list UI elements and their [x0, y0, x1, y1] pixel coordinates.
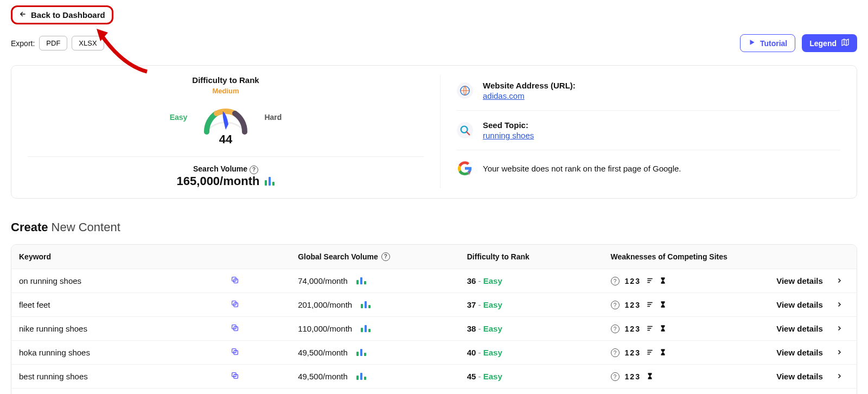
chevron-right-icon [836, 348, 843, 357]
col-difficulty[interactable]: Difficulty to Rank [459, 245, 603, 269]
create-heading: Create New Content [11, 220, 857, 234]
back-to-dashboard-button[interactable]: Back to Dashboard [11, 5, 113, 24]
view-details-button[interactable]: View details [776, 300, 843, 309]
export-label: Export: [11, 39, 35, 48]
chevron-right-icon [836, 300, 843, 309]
col-keyword[interactable]: Keyword [11, 245, 290, 269]
website-label: Website Address (URL): [483, 81, 576, 90]
keyword-text: on running shoes [19, 276, 81, 285]
volume-text: 110,000/month [298, 324, 352, 333]
keyword-text: fleet feet [19, 300, 50, 309]
tutorial-label: Tutorial [760, 39, 787, 48]
difficulty-title: Difficulty to Rank [192, 75, 259, 85]
keyword-text: nike running shoes [19, 324, 87, 333]
difficulty-label: Easy [483, 300, 502, 309]
view-details-button[interactable]: View details [776, 324, 843, 333]
hourglass-icon [659, 348, 667, 358]
help-icon[interactable]: ? [611, 348, 620, 357]
copy-icon[interactable] [231, 276, 239, 286]
table-row: best running shoes49,500/month 45 - Easy… [11, 365, 857, 389]
view-details-label: View details [776, 348, 823, 357]
help-icon[interactable]: ? [250, 166, 258, 174]
view-details-label: View details [776, 276, 823, 285]
difficulty-number: 45 [467, 372, 476, 381]
svg-marker-1 [750, 40, 754, 45]
col-weaknesses[interactable]: Weaknesses of Competing Sites [603, 245, 755, 269]
view-details-label: View details [776, 300, 823, 309]
table-row: fleet feet201,000/month 37 - Easy?123Vie… [11, 293, 857, 317]
view-details-label: View details [776, 372, 823, 381]
volume-text: 49,500/month [298, 372, 348, 381]
difficulty-number: 37 [467, 300, 476, 309]
hourglass-icon [646, 372, 654, 382]
help-icon[interactable]: ? [611, 277, 620, 285]
search-volume-value: 165,000/month [177, 174, 260, 188]
hourglass-icon [659, 301, 667, 310]
list-icon [646, 325, 654, 334]
bars-icon [356, 373, 366, 380]
weakness-123: 123 [625, 348, 641, 357]
svg-text:#: # [468, 170, 470, 175]
help-icon[interactable]: ? [611, 325, 620, 333]
magnifier-icon [457, 122, 473, 138]
arrow-left-icon [19, 10, 27, 20]
view-details-button[interactable]: View details [776, 276, 843, 285]
view-details-label: View details [776, 324, 823, 333]
table-row: on running shoes74,000/month 36 - Easy?1… [11, 269, 857, 293]
table-row: hoka running shoes49,500/month 40 - Easy… [11, 341, 857, 365]
help-icon[interactable]: ? [611, 301, 620, 309]
copy-icon[interactable] [231, 300, 239, 310]
bars-icon [265, 177, 275, 186]
export-xlsx-button[interactable]: XLSX [72, 36, 104, 50]
create-heading-rest: New Content [52, 220, 120, 234]
table-row: nike running shoes110,000/month 38 - Eas… [11, 317, 857, 341]
google-rank-icon: # [457, 160, 473, 176]
list-icon [646, 348, 654, 358]
difficulty-label: Easy [483, 276, 502, 285]
seed-topic-label: Seed Topic: [483, 120, 534, 130]
difficulty-value: 44 [219, 132, 232, 147]
volume-text: 74,000/month [298, 276, 348, 285]
weakness-123: 123 [625, 277, 641, 285]
bars-icon [361, 325, 371, 332]
bars-icon [356, 349, 366, 356]
legend-button[interactable]: Legend [802, 34, 857, 52]
export-pdf-button[interactable]: PDF [39, 36, 67, 50]
hourglass-icon [659, 325, 667, 334]
search-volume-label: Search Volume [193, 164, 247, 173]
play-icon [748, 39, 756, 48]
tutorial-button[interactable]: Tutorial [740, 34, 795, 52]
difficulty-number: 36 [467, 276, 476, 285]
globe-icon [457, 82, 473, 99]
copy-icon[interactable] [231, 347, 239, 358]
rank-note: Your website does not rank on the first … [483, 164, 681, 173]
table-row: shoe store60,500/month 50 - Medium?123Vi… [11, 389, 857, 395]
copy-icon[interactable] [231, 323, 239, 334]
help-icon[interactable]: ? [611, 372, 620, 381]
view-details-button[interactable]: View details [776, 348, 843, 357]
hourglass-icon [659, 277, 667, 286]
gauge-hard-label: Hard [264, 113, 282, 122]
difficulty-label: Easy [483, 324, 502, 333]
map-icon [841, 38, 850, 48]
volume-text: 49,500/month [298, 348, 348, 357]
chevron-right-icon [836, 324, 843, 333]
col-volume-label: Global Search Volume [298, 252, 378, 261]
back-label: Back to Dashboard [31, 10, 105, 20]
bars-icon [356, 277, 366, 284]
chevron-right-icon [836, 276, 843, 285]
weakness-123: 123 [625, 325, 641, 333]
website-link[interactable]: adidas.com [483, 91, 576, 100]
col-volume[interactable]: Global Search Volume ? [290, 245, 459, 269]
list-icon [646, 277, 654, 286]
chevron-right-icon [836, 372, 843, 381]
list-icon [646, 301, 654, 310]
volume-text: 201,000/month [298, 300, 352, 309]
seed-topic-link[interactable]: running shoes [483, 131, 534, 140]
difficulty-label: Easy [483, 348, 502, 357]
copy-icon[interactable] [231, 371, 239, 382]
help-icon[interactable]: ? [381, 252, 390, 261]
view-details-button[interactable]: View details [776, 372, 843, 381]
keyword-text: best running shoes [19, 372, 88, 381]
weakness-123: 123 [625, 372, 641, 381]
